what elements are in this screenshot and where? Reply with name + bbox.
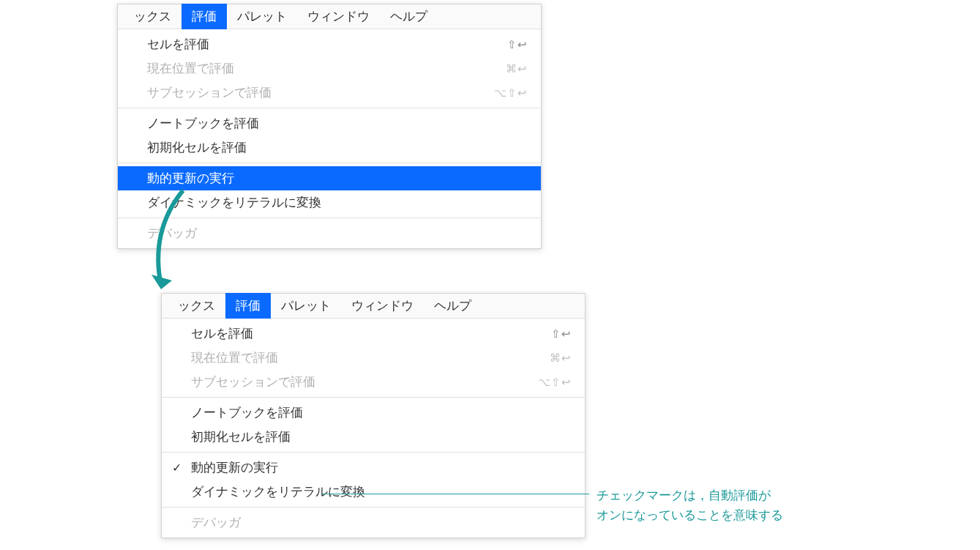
- menu-item-dynamic-to-literal[interactable]: ダイナミックをリテラルに変換: [118, 190, 541, 215]
- dropdown-menu: セルを評価 ⇧↩ 現在位置で評価 ⌘↩ サブセッションで評価 ⌥⇧↩ ノートブッ…: [162, 319, 585, 538]
- menu-label: ノートブックを評価: [191, 404, 303, 421]
- menu-item-evaluate-in-place: 現在位置で評価 ⌘↩: [162, 346, 585, 370]
- menubar: ックス 評価 パレット ウィンドウ ヘルプ: [118, 4, 541, 29]
- annotation-connector: [322, 494, 589, 494]
- menu-label: 動的更新の実行: [147, 170, 234, 187]
- menu-label: 初期化セルを評価: [191, 428, 291, 445]
- menu-label: 現在位置で評価: [147, 60, 234, 77]
- menu-label: セルを評価: [191, 325, 253, 342]
- menu-divider: [118, 218, 541, 218]
- menubar-item-box[interactable]: ックス: [124, 4, 182, 29]
- menu-divider: [162, 397, 585, 398]
- menubar-item-help[interactable]: ヘルプ: [380, 4, 438, 29]
- menu-divider: [118, 163, 541, 163]
- menu-item-evaluate-cell[interactable]: セルを評価 ⇧↩: [162, 322, 585, 346]
- annotation-line1: チェックマークは，自動評価が: [596, 486, 783, 505]
- shortcut: ⌥⇧↩: [494, 86, 528, 100]
- menu-label: セルを評価: [147, 36, 209, 53]
- menu-item-evaluate-notebook[interactable]: ノートブックを評価: [118, 111, 541, 135]
- menubar-item-help[interactable]: ヘルプ: [424, 293, 482, 319]
- menu-label: デバッガ: [147, 225, 197, 242]
- menubar-item-palette[interactable]: パレット: [271, 293, 341, 319]
- menubar-item-window[interactable]: ウィンドウ: [341, 293, 424, 319]
- shortcut: ⇧↩: [551, 327, 572, 341]
- menu-item-evaluate-notebook[interactable]: ノートブックを評価: [162, 401, 585, 425]
- menubar-item-palette[interactable]: パレット: [227, 4, 297, 29]
- menubar-item-evaluate[interactable]: 評価: [182, 4, 227, 29]
- menubar-item-box[interactable]: ックス: [168, 293, 225, 319]
- menu-item-dynamic-updating-checked[interactable]: ✓ 動的更新の実行: [162, 456, 585, 480]
- menu-label: 現在位置で評価: [191, 349, 278, 366]
- menu-label: サブセッションで評価: [191, 374, 315, 390]
- menu-item-dynamic-updating[interactable]: 動的更新の実行: [118, 166, 541, 190]
- menu-label: ダイナミックをリテラルに変換: [191, 483, 365, 500]
- shortcut: ⌘↩: [550, 352, 572, 365]
- menu-item-evaluate-cell[interactable]: セルを評価 ⇧↩: [118, 32, 541, 56]
- menu-item-debugger: デバッガ: [118, 221, 541, 245]
- menu-window-after: ックス 評価 パレット ウィンドウ ヘルプ セルを評価 ⇧↩ 現在位置で評価 ⌘…: [161, 293, 586, 538]
- checkmark-icon: ✓: [172, 461, 182, 475]
- dropdown-menu: セルを評価 ⇧↩ 現在位置で評価 ⌘↩ サブセッションで評価 ⌥⇧↩ ノートブッ…: [118, 29, 541, 248]
- menu-label: ダイナミックをリテラルに変換: [147, 194, 321, 211]
- menu-item-evaluate-init-cells[interactable]: 初期化セルを評価: [118, 135, 541, 160]
- annotation-text: チェックマークは，自動評価が オンになっていることを意味する: [596, 486, 783, 525]
- shortcut: ⌥⇧↩: [538, 376, 572, 389]
- annotation-line2: オンになっていることを意味する: [596, 505, 783, 525]
- menu-label: 初期化セルを評価: [147, 139, 247, 156]
- shortcut: ⇧↩: [507, 38, 528, 51]
- menubar: ックス 評価 パレット ウィンドウ ヘルプ: [162, 294, 585, 319]
- menu-item-evaluate-in-place: 現在位置で評価 ⌘↩: [118, 56, 541, 81]
- menu-divider: [118, 108, 541, 108]
- menu-divider: [162, 507, 585, 508]
- menu-window-before: ックス 評価 パレット ウィンドウ ヘルプ セルを評価 ⇧↩ 現在位置で評価 ⌘…: [117, 4, 542, 249]
- menubar-item-evaluate[interactable]: 評価: [225, 293, 271, 319]
- menu-item-evaluate-init-cells[interactable]: 初期化セルを評価: [162, 425, 585, 449]
- menubar-item-window[interactable]: ウィンドウ: [297, 4, 380, 29]
- menu-label: サブセッションで評価: [147, 84, 272, 101]
- menu-item-evaluate-subsession: サブセッションで評価 ⌥⇧↩: [162, 370, 585, 394]
- menu-label: デバッガ: [191, 514, 241, 531]
- menu-item-dynamic-to-literal[interactable]: ダイナミックをリテラルに変換: [162, 480, 585, 504]
- menu-label: ノートブックを評価: [147, 115, 259, 132]
- menu-item-evaluate-subsession: サブセッションで評価 ⌥⇧↩: [118, 81, 541, 105]
- menu-label: 動的更新の実行: [191, 459, 278, 476]
- menu-divider: [162, 452, 585, 453]
- menu-item-debugger: デバッガ: [162, 510, 585, 535]
- shortcut: ⌘↩: [506, 62, 528, 75]
